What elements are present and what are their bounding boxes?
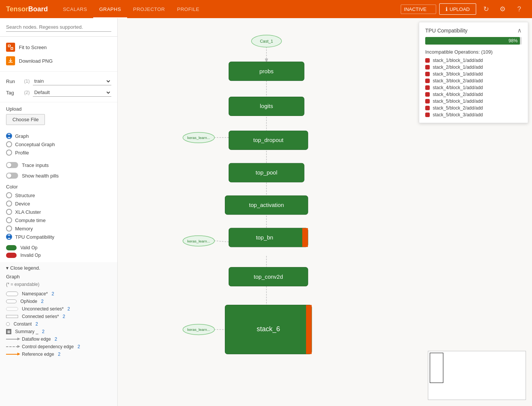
color-compute-label: Compute time xyxy=(15,218,46,223)
radio-conceptual-graph[interactable]: Conceptual Graph xyxy=(6,140,111,148)
tpu-item: stack_4/block_2/add/add xyxy=(425,91,522,98)
color-device-label: Device xyxy=(15,201,30,207)
help-button[interactable]: ? xyxy=(512,2,526,16)
tpu-dot xyxy=(425,92,430,97)
legend-constant: Constant 2 xyxy=(6,320,111,328)
tpu-item-label: stack_4/block_1/add/add xyxy=(433,85,483,90)
tpu-item-label: stack_5/block_3/add/add xyxy=(433,112,483,117)
legend-summary-link[interactable]: 2 xyxy=(42,329,45,334)
color-structure-label: Structure xyxy=(15,193,35,198)
upload-button[interactable]: ℹ UPLOAD xyxy=(439,3,476,15)
color-compute-time[interactable]: Compute time xyxy=(6,216,111,224)
color-options-group: Structure Device XLA Cluster Compute tim… xyxy=(6,191,111,241)
actions-section: Fit to Screen Download PNG xyxy=(0,37,117,72)
control-shape xyxy=(6,346,18,347)
legend-subtitle: (* = expandable) xyxy=(6,282,111,287)
color-section: Color Structure Device XLA Cluster Compu… xyxy=(0,181,117,262)
radio-profile[interactable]: Profile xyxy=(6,148,111,157)
choose-file-button[interactable]: Choose File xyxy=(6,114,45,125)
legend-summary-label: Summary _ xyxy=(15,329,38,334)
tpu-item: stack_4/block_1/add/add xyxy=(425,84,522,91)
download-png-action[interactable]: Download PNG xyxy=(6,54,111,68)
legend-unconnected-link[interactable]: 2 xyxy=(68,306,70,312)
tpu-header: TPU Compatibility ∧ xyxy=(419,22,528,37)
legend-dataflow-label: Dataflow edge xyxy=(22,337,51,342)
refresh-button[interactable]: ↻ xyxy=(479,2,493,16)
tpu-dot xyxy=(425,58,430,63)
svg-rect-1 xyxy=(11,48,13,49)
legend-constant-link[interactable]: 2 xyxy=(35,321,38,327)
tag-label: Tag xyxy=(6,90,21,96)
tpu-item: stack_5/block_2/add/add xyxy=(425,105,522,111)
svg-text:Cast_1: Cast_1 xyxy=(260,39,273,43)
nav-graphs[interactable]: GRAPHS xyxy=(93,0,127,18)
color-tpu-circle xyxy=(6,234,12,240)
download-png-label: Download PNG xyxy=(19,58,53,64)
legend-connected-link[interactable]: 2 xyxy=(63,314,65,319)
color-device[interactable]: Device xyxy=(6,199,111,208)
legend-namespace-link[interactable]: 2 xyxy=(52,291,54,296)
run-tag-section: Run (1) train Tag (2) Default xyxy=(0,72,117,102)
invalid-op-pill xyxy=(6,253,17,258)
nav-links: SCALARS GRAPHS PROJECTOR PROFILE xyxy=(57,0,206,18)
tpu-item-label: stack_1/block_1/add/add xyxy=(433,58,483,63)
radio-graph-label: Graph xyxy=(15,133,29,139)
minimap[interactable] xyxy=(428,351,526,400)
trace-inputs-toggle[interactable] xyxy=(6,162,18,168)
tpu-dot xyxy=(425,79,430,83)
fit-icon xyxy=(6,43,15,52)
minimap-viewport xyxy=(430,353,443,383)
tpu-item: stack_5/block_3/add/add xyxy=(425,111,522,118)
legend-namespace-label: Namespace* xyxy=(22,291,48,296)
tpu-item-label: stack_2/block_1/add/add xyxy=(433,65,483,70)
graph-area[interactable]: Cast_1 probs logits keras_learn... top_d… xyxy=(118,18,532,406)
tpu-item: stack_3/block_2/add/add xyxy=(425,77,522,84)
fit-to-screen-action[interactable]: Fit to Screen xyxy=(6,40,111,54)
color-device-circle xyxy=(6,201,12,207)
legend-reference-label: Reference edge xyxy=(22,352,54,357)
tpu-item-label: stack_3/block_2/add/add xyxy=(433,78,483,83)
status-select[interactable]: INACTIVE ACTIVE xyxy=(401,5,436,14)
search-section xyxy=(0,18,117,37)
invalid-op-label: Invalid Op xyxy=(20,253,41,258)
svg-text:keras_learn...: keras_learn... xyxy=(187,136,210,140)
legend-unconnected-label: Unconnected series* xyxy=(22,306,64,312)
topnav-right: INACTIVE ACTIVE ℹ UPLOAD ↻ ⚙ ? xyxy=(401,2,526,16)
legend-close[interactable]: ▾ Close legend. xyxy=(6,265,111,271)
legend-dataflow-link[interactable]: 2 xyxy=(55,337,57,342)
nav-profile[interactable]: PROFILE xyxy=(171,0,205,18)
legend-summary: ▦ Summary _ 2 xyxy=(6,328,111,335)
legend-reference-link[interactable]: 2 xyxy=(58,352,60,357)
svg-text:keras_learn...: keras_learn... xyxy=(187,327,210,332)
radio-graph[interactable]: Graph xyxy=(6,132,111,140)
radio-conceptual-circle xyxy=(6,141,12,147)
color-structure[interactable]: Structure xyxy=(6,191,111,199)
reference-shape xyxy=(6,354,18,355)
tag-select[interactable]: Default xyxy=(33,88,111,97)
nav-projector[interactable]: PROJECTOR xyxy=(127,0,171,18)
color-memory[interactable]: Memory xyxy=(6,224,111,233)
valid-op-item: Valid Op xyxy=(6,244,111,252)
tag-row: Tag (2) Default xyxy=(6,87,111,98)
tpu-list: stack_1/block_1/add/add stack_2/block_1/… xyxy=(419,57,528,123)
color-tpu-label: TPU Compatibility xyxy=(15,234,54,240)
nav-scalars[interactable]: SCALARS xyxy=(57,0,93,18)
legend-opnode-link[interactable]: 2 xyxy=(41,299,44,304)
tpu-item: stack_1/block_1/add/add xyxy=(425,57,522,64)
legend-dataflow: Dataflow edge 2 xyxy=(6,335,111,343)
legend-control-link[interactable]: 2 xyxy=(77,344,80,349)
color-memory-label: Memory xyxy=(15,226,33,232)
svg-text:probs: probs xyxy=(260,68,274,74)
show-health-pills-toggle[interactable] xyxy=(6,173,18,179)
color-structure-circle xyxy=(6,192,12,198)
color-tpu-compat[interactable]: TPU Compatibility xyxy=(6,233,111,241)
search-input[interactable] xyxy=(6,23,111,32)
tpu-item-label: stack_3/block_1/add/add xyxy=(433,71,483,77)
valid-op-pill xyxy=(6,245,17,250)
app-logo: TensorBoard xyxy=(6,5,48,13)
color-xla-cluster[interactable]: XLA Cluster xyxy=(6,208,111,216)
tpu-close-button[interactable]: ∧ xyxy=(517,27,522,34)
run-select[interactable]: train xyxy=(33,77,111,85)
settings-button[interactable]: ⚙ xyxy=(496,2,509,16)
upload-label: Upload xyxy=(6,106,111,112)
